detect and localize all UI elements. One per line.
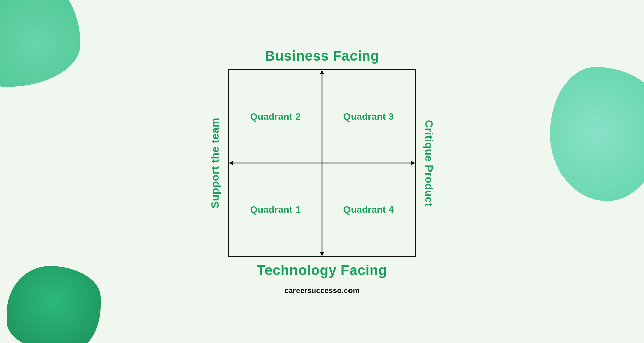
quadrant-box-q4: Quadrant 4	[322, 163, 416, 257]
quadrant-grid: Quadrant 2 Quadrant 3 Quadrant 1 Quadran…	[228, 69, 416, 257]
middle-row: Support the team Quadrant 2 Quadrant 3 Q…	[209, 69, 435, 257]
quadrant-label-q4: Quadrant 4	[343, 204, 394, 215]
label-technology-facing: Technology Facing	[257, 262, 387, 278]
quadrant-label-q2: Quadrant 2	[250, 111, 301, 122]
quadrant-box-q2: Quadrant 2	[228, 69, 322, 163]
quadrant-label-q3: Quadrant 3	[343, 111, 394, 122]
quadrant-box-q3: Quadrant 3	[322, 69, 416, 163]
label-business-facing: Business Facing	[265, 48, 379, 64]
quadrant-box-q1: Quadrant 1	[228, 163, 322, 257]
label-critique-product: Critique Product	[423, 120, 435, 207]
main-content: Business Facing Support the team Quadran…	[0, 0, 644, 343]
label-support-team: Support the team	[209, 118, 221, 208]
quadrant-label-q1: Quadrant 1	[250, 204, 301, 215]
quadrant-container: Quadrant 2 Quadrant 3 Quadrant 1 Quadran…	[228, 69, 416, 257]
website-url[interactable]: careersuccesso.com	[284, 286, 359, 295]
diagram-wrapper: Business Facing Support the team Quadran…	[209, 48, 435, 295]
